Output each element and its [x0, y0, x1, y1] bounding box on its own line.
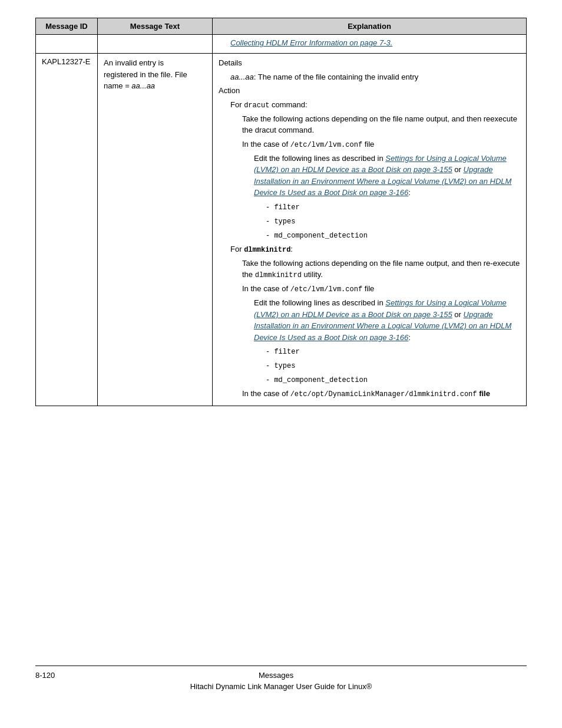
filter-line-2: - filter: [219, 345, 520, 357]
dlmm-action: Take the following actions depending on …: [219, 258, 520, 281]
in-case-of-3: In the case of /etc/opt/DynamicLinkManag…: [219, 388, 520, 400]
msg-text-line1: An invalid entry is: [104, 58, 164, 67]
in-case-of-2: In the case of /etc/lvm/lvm.conf file: [219, 283, 520, 295]
types-line-1: - types: [219, 215, 520, 227]
filter-code-1: - filter: [266, 203, 300, 212]
action-label: Action: [219, 85, 520, 97]
edit-text-2: Edit the following lines as described in: [254, 298, 385, 307]
dlmm-cmd-inline: dlmmkinitrd: [255, 271, 302, 279]
dracut-action: Take the following actions depending on …: [219, 113, 520, 136]
md-code-2: - md_component_detection: [266, 376, 368, 384]
in-case-prefix-1: In the case of: [242, 140, 290, 149]
details-content: aa...aa: The name of the file containing…: [219, 71, 520, 83]
conf-file-2: /etc/lvm/lvm.conf: [290, 285, 362, 294]
explanation-top-link-cell: Collecting HDLM Error Information on pag…: [213, 35, 527, 54]
colon-2: :: [408, 333, 411, 342]
md-line-2: - md_component_detection: [219, 374, 520, 386]
footer-section-name: Messages: [259, 671, 293, 680]
msg-text-line2: registered in the file. File: [104, 70, 187, 79]
page-content: Message ID Message Text Explanation Coll…: [35, 18, 527, 696]
footer: 8-120 Messages Hitachi Dynamic Link Mana…: [35, 666, 527, 696]
for-dlmm-line: For dlmmkinitrd:: [219, 243, 520, 255]
dracut-cmd: dracut: [244, 101, 269, 110]
explanation-main-cell: Details aa...aa: The name of the file co…: [213, 54, 527, 406]
conf-file-1: /etc/lvm/lvm.conf: [290, 141, 362, 149]
edit-following-1: Edit the following lines as described in…: [219, 153, 520, 199]
footer-page-number: 8-120: [35, 671, 55, 680]
dlmm-utility-text: utility.: [302, 270, 323, 279]
top-link-container: Collecting HDLM Error Information on pag…: [219, 38, 520, 47]
msg-text-line3: name = aa...aa: [104, 81, 155, 90]
file-suffix-1: file: [362, 140, 374, 149]
file-suffix-3-bold: file: [477, 389, 490, 398]
msg-id-cell: KAPL12327-E: [36, 54, 98, 406]
details-label: Details: [219, 57, 520, 69]
col-header-message-id: Message ID: [36, 18, 98, 35]
col-header-message-text: Message Text: [98, 18, 213, 35]
or-2: or: [452, 310, 464, 319]
for-dracut-prefix: For: [230, 100, 244, 109]
footer-page-line: 8-120 Messages: [35, 671, 527, 680]
or-1: or: [452, 165, 464, 174]
for-dlmm-prefix: For: [230, 245, 244, 253]
in-case-prefix-3: In the case of: [242, 389, 290, 398]
table-row-main: KAPL12327-E An invalid entry is register…: [36, 54, 527, 406]
in-case-prefix-2: In the case of: [242, 284, 290, 293]
file-suffix-2: file: [362, 284, 374, 293]
msg-id-empty-1: [36, 35, 98, 54]
for-dracut-suffix: command:: [269, 100, 307, 109]
col-header-explanation: Explanation: [213, 18, 527, 35]
edit-text-1: Edit the following lines as described in: [254, 154, 385, 163]
filter-code-2: - filter: [266, 348, 300, 356]
table-row-continuation: Collecting HDLM Error Information on pag…: [36, 35, 527, 54]
md-line-1: - md_component_detection: [219, 229, 520, 241]
for-dlmm-suffix: :: [290, 245, 293, 253]
msg-text-empty-1: [98, 35, 213, 54]
footer-right-spacer: [497, 671, 527, 680]
filter-line-1: - filter: [219, 201, 520, 213]
footer-title: Hitachi Dynamic Link Manager User Guide …: [190, 682, 372, 691]
top-link[interactable]: Collecting HDLM Error Information on pag…: [230, 38, 392, 47]
action-label-text: Action: [219, 86, 240, 95]
colon-1: :: [408, 188, 411, 197]
types-code-1: - types: [266, 218, 295, 226]
dlmm-cmd: dlmmkinitrd: [244, 246, 290, 254]
msg-id-value: KAPL12327-E: [42, 57, 90, 66]
msg-text-cell: An invalid entry is registered in the fi…: [98, 54, 213, 406]
msg-text-content: An invalid entry is registered in the fi…: [104, 57, 206, 92]
types-code-2: - types: [266, 362, 295, 370]
aa-ref: aa...aa: [230, 73, 254, 81]
details-desc: The name of the file containing the inva…: [258, 73, 418, 81]
md-code-1: - md_component_detection: [266, 232, 368, 240]
dracut-action-text: Take the following actions depending on …: [242, 114, 517, 135]
for-dracut-line: For dracut command:: [219, 99, 520, 111]
main-table: Message ID Message Text Explanation Coll…: [35, 18, 527, 406]
types-line-2: - types: [219, 360, 520, 371]
in-case-of-1: In the case of /etc/lvm/lvm.conf file: [219, 139, 520, 150]
edit-following-2: Edit the following lines as described in…: [219, 297, 520, 343]
details-label-text: Details: [219, 58, 242, 67]
conf-file-3: /etc/opt/DynamicLinkManager/dlmmkinitrd.…: [290, 390, 477, 398]
